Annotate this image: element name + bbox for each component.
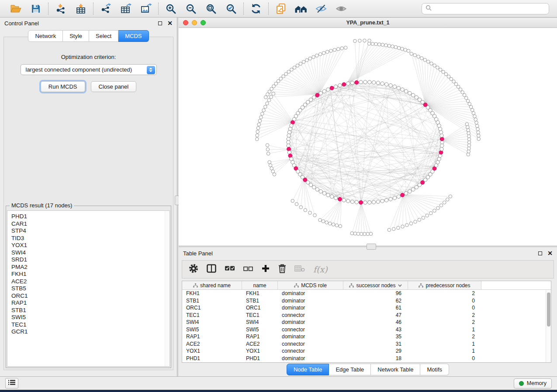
apply-layout-icon[interactable]	[249, 2, 263, 15]
scrollbar-thumb[interactable]	[547, 292, 550, 327]
zoom-selected-icon[interactable]	[225, 2, 238, 15]
column-header-predecessor-nodes[interactable]: predecessor nodes	[408, 281, 481, 289]
mcds-node-item[interactable]: STB1	[11, 307, 163, 314]
column-header-MCDS-role[interactable]: MCDS role	[278, 281, 343, 289]
hide-selected-icon[interactable]	[315, 2, 328, 15]
window-maximize-icon[interactable]	[201, 20, 206, 25]
zoom-fit-icon[interactable]	[204, 2, 218, 15]
column-header-successor-nodes[interactable]: successor nodes	[343, 281, 408, 289]
mcds-node-item[interactable]: GCR1	[11, 328, 163, 336]
function-builder-icon-disabled: f(x)	[313, 265, 328, 274]
clone-network-icon[interactable]	[274, 2, 287, 15]
search-input[interactable]	[434, 5, 545, 12]
close-panel-button[interactable]: Close panel	[91, 81, 137, 92]
zoom-out-icon[interactable]	[184, 2, 197, 15]
mcds-node-item[interactable]: PHD1	[11, 213, 163, 220]
table-row[interactable]: TEC1TEC1connector472	[182, 312, 551, 319]
table-options-gear-icon[interactable]	[189, 264, 198, 275]
import-network-icon[interactable]	[54, 2, 67, 15]
float-panel-icon[interactable]	[538, 251, 542, 255]
add-column-icon[interactable]	[261, 264, 270, 275]
memory-button[interactable]: Memory	[514, 378, 552, 389]
table-row[interactable]: FKH1FKH1dominator962	[182, 290, 551, 297]
memory-status-dot-icon	[519, 381, 524, 386]
float-panel-icon[interactable]	[158, 21, 162, 25]
network-titlebar[interactable]: YPA_prune.txt_1	[179, 18, 557, 28]
mcds-node-item[interactable]: ORC1	[11, 292, 163, 300]
export-network-icon[interactable]	[99, 2, 112, 15]
table-scrollbar[interactable]	[546, 290, 551, 362]
export-image-icon[interactable]	[139, 2, 152, 15]
search-box	[422, 3, 549, 14]
tab-motifs[interactable]: Motifs	[420, 364, 449, 375]
tab-select[interactable]: Select	[89, 30, 118, 42]
tab-edge-table[interactable]: Edge Table	[329, 364, 371, 375]
column-header-name[interactable]: name	[242, 281, 278, 289]
table-row[interactable]: SWI4SWI4dominator462	[182, 319, 551, 326]
mcds-node-item[interactable]: SRD1	[11, 256, 163, 264]
mcds-node-item[interactable]: TID3	[11, 235, 163, 242]
mcds-result-title: MCDS result (17 nodes)	[10, 202, 74, 209]
network-canvas[interactable]	[179, 28, 557, 246]
show-columns-icon[interactable]	[207, 264, 216, 275]
export-table-icon[interactable]	[119, 2, 132, 15]
delete-column-icon[interactable]	[278, 264, 286, 275]
list-icon	[8, 379, 16, 387]
unselect-all-columns-icon[interactable]	[243, 265, 253, 273]
save-session-icon[interactable]	[29, 2, 42, 15]
table-row[interactable]: YOX1YOX1connector291	[182, 347, 551, 355]
mcds-node-item[interactable]: STP4	[11, 227, 163, 235]
panel-splitter-horizontal[interactable]	[179, 246, 557, 248]
mcds-node-item[interactable]: PMA2	[11, 264, 163, 271]
criterion-selected-value: largest connected component (undirected)	[26, 66, 132, 73]
criterion-select[interactable]: largest connected component (undirected)	[21, 64, 157, 75]
delete-table-icon-disabled	[294, 265, 305, 274]
tab-style[interactable]: Style	[63, 30, 89, 42]
select-all-columns-icon[interactable]	[225, 265, 235, 273]
table-body: FKH1FKH1dominator962STB1STB1dominator620…	[182, 290, 551, 362]
mcds-node-item[interactable]: YOX1	[11, 242, 163, 249]
table-row[interactable]: ORC1ORC1dominator610	[182, 304, 551, 312]
close-panel-icon[interactable]: ✕	[547, 251, 553, 255]
mcds-node-item[interactable]: SWI4	[11, 249, 163, 257]
table-panel-title: Table Panel	[183, 250, 213, 257]
table-row[interactable]: RAP1RAP1dominator352	[182, 333, 551, 340]
task-history-button[interactable]	[5, 378, 18, 389]
mcds-node-item[interactable]: FKH1	[11, 271, 163, 278]
first-neighbors-icon[interactable]	[294, 2, 308, 15]
close-panel-icon[interactable]: ✕	[167, 21, 173, 25]
mcds-list-scrollbar[interactable]	[165, 211, 170, 366]
main-toolbar	[0, 0, 557, 17]
table-row[interactable]: ACE2ACE2connector311	[182, 340, 551, 348]
tab-mcds[interactable]: MCDS	[118, 30, 149, 42]
table-toolbar: f(x)	[182, 260, 554, 279]
network-graph[interactable]	[179, 28, 557, 246]
mcds-result-list[interactable]: PHD1CAR1STP4TID3YOX1SWI4SRD1PMA2FKH1ACE2…	[7, 210, 170, 367]
mcds-tab-content: Optimization criterion: largest connecte…	[3, 37, 173, 370]
table-row[interactable]: STB1STB1dominator620	[182, 297, 551, 305]
open-file-icon[interactable]	[9, 2, 22, 15]
table-tabs: Node Table Edge Table Network Table Moti…	[179, 363, 557, 376]
column-header-shared-name[interactable]: shared name	[182, 281, 242, 289]
show-all-icon[interactable]	[335, 2, 348, 15]
window-close-icon[interactable]	[183, 20, 188, 25]
mcds-node-item[interactable]: STB5	[11, 285, 163, 292]
mcds-node-item[interactable]: TEC1	[11, 321, 163, 329]
tab-network-table[interactable]: Network Table	[371, 364, 420, 375]
control-panel: Control Panel ✕ Network Style Select MCD…	[0, 17, 177, 376]
window-minimize-icon[interactable]	[192, 20, 197, 25]
splitter-grip[interactable]	[367, 244, 376, 250]
run-mcds-button[interactable]: Run MCDS	[41, 81, 85, 92]
import-table-icon[interactable]	[74, 2, 87, 15]
mcds-node-item[interactable]: CAR1	[11, 220, 163, 228]
memory-label: Memory	[527, 380, 547, 386]
table-row[interactable]: SWI5SWI5connector431	[182, 326, 551, 334]
mcds-node-item[interactable]: RAP1	[11, 299, 163, 307]
control-panel-title: Control Panel	[4, 20, 39, 27]
mcds-node-item[interactable]: SWI5	[11, 314, 163, 321]
mcds-node-item[interactable]: ACE2	[11, 278, 163, 285]
tab-network[interactable]: Network	[28, 30, 63, 42]
zoom-in-icon[interactable]	[164, 2, 177, 15]
tab-node-table[interactable]: Node Table	[287, 364, 329, 375]
table-row[interactable]: PHD1PHD1dominator180	[182, 355, 551, 362]
